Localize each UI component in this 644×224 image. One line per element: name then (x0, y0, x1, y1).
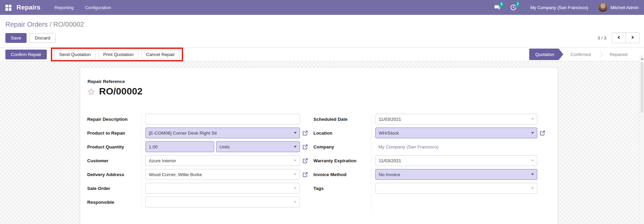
apps-grid-icon[interactable] (5, 5, 11, 10)
caret-down-icon (294, 201, 297, 203)
print-quotation-button[interactable]: Print Quotation (99, 50, 138, 59)
annotation-highlight-box: Send Quotation Print Quotation Cancel Re… (51, 48, 183, 61)
invoice-method-select[interactable]: No Invoice (375, 169, 537, 180)
chevron-right-icon: › (631, 33, 634, 41)
triangle-up-icon[interactable] (640, 55, 644, 60)
delivery-address-input[interactable]: Wood Corner, Willie Burke (145, 169, 300, 180)
form-sheet: Repair Reference RO/00002 Repair Descrip… (80, 67, 558, 224)
status-stage-confirmed[interactable]: Confirmed (563, 49, 598, 60)
content-background: Repair Reference RO/00002 Repair Descrip… (0, 61, 644, 224)
status-separator-chevron-icon (598, 49, 602, 60)
status-stage-repaired[interactable]: Repaired (602, 49, 635, 60)
pager-next-button[interactable]: › (625, 32, 640, 43)
vertical-scrollbar[interactable] (640, 55, 644, 224)
invoice-method-label: Invoice Method (313, 169, 371, 180)
repair-description-label: Repair Description (87, 114, 141, 124)
customer-external-link-icon[interactable] (302, 158, 308, 164)
scrollbar-thumb[interactable] (641, 62, 644, 113)
caret-down-icon (294, 146, 297, 148)
breadcrumb-parent-link[interactable]: Repair Orders (5, 21, 48, 28)
location-label: Location (313, 128, 371, 138)
caret-down-icon (531, 118, 534, 120)
delivery-address-label: Delivery Address (87, 169, 141, 180)
breadcrumb-current: RO/00002 (53, 21, 84, 28)
repair-description-input[interactable] (145, 114, 300, 124)
caret-down-icon (531, 174, 534, 175)
control-panel-buttons: Save Discard 3 / 3 ‹ › (0, 28, 644, 47)
activities-button[interactable]: 2 (510, 4, 517, 11)
product-quantity-input[interactable]: 1.00 (145, 141, 214, 152)
confirm-repair-button[interactable]: Confirm Repair (5, 50, 47, 59)
product-to-repair-input[interactable]: [E-COM06] Corner Desk Right Sit (145, 128, 300, 138)
repair-reference-label: Repair Reference (88, 79, 550, 84)
responsible-label: Responsible (87, 197, 141, 207)
caret-down-icon (294, 174, 297, 175)
save-button[interactable]: Save (5, 33, 27, 43)
product-to-repair-label: Product to Repair (87, 128, 141, 138)
messages-count-badge: 5 (499, 2, 504, 7)
menu-reporting[interactable]: Reporting (55, 5, 73, 10)
uom-external-link-icon[interactable] (302, 144, 308, 150)
repair-reference-number: RO/00002 (99, 86, 142, 97)
caret-down-icon (531, 160, 534, 162)
left-field-group: Repair Description Product to Repair Pro… (87, 114, 300, 211)
field-groups: Repair Description Product to Repair Pro… (87, 114, 550, 211)
user-avatar[interactable] (598, 3, 608, 12)
sale-order-input[interactable] (145, 183, 300, 194)
company-label: Company (313, 141, 371, 152)
warranty-expiration-input[interactable]: 11/03/2021 (375, 155, 537, 166)
product-quantity-label: Product Quantity (87, 141, 141, 152)
company-switcher[interactable]: My Company (San Francisco) (530, 5, 588, 10)
tags-input[interactable] (375, 183, 537, 194)
star-outline-icon[interactable] (87, 87, 95, 96)
repairs-app-page: { "nav": { "app_name": "Repairs", "menus… (0, 0, 644, 224)
location-input[interactable]: WH/Stock (375, 128, 537, 138)
right-field-group: Scheduled Date Location Company Warranty… (313, 114, 537, 211)
delivery-address-external-link-icon[interactable] (302, 172, 308, 177)
caret-down-icon (294, 160, 297, 162)
pager-count: 3 / 3 (598, 35, 606, 40)
chevron-left-icon: ‹ (617, 33, 620, 41)
scheduled-date-input[interactable]: 11/03/2021 (375, 114, 537, 124)
tags-label: Tags (313, 183, 371, 194)
caret-down-icon (294, 132, 297, 134)
customer-label: Customer (87, 155, 141, 166)
breadcrumb-separator: / (49, 21, 53, 28)
top-navbar: Repairs Reporting Configuration 5 2 My C… (0, 0, 644, 15)
responsible-input[interactable] (145, 197, 300, 207)
unit-of-measure-select[interactable]: Units (216, 141, 300, 152)
caret-down-icon (294, 188, 297, 189)
user-name[interactable]: Mitchell Admin (610, 5, 639, 10)
app-name[interactable]: Repairs (16, 4, 40, 11)
breadcrumb: Repair Orders / RO/00002 (0, 15, 644, 28)
caret-down-icon (531, 132, 534, 134)
cancel-repair-button[interactable]: Cancel Repair (141, 50, 180, 59)
statusbar: Quotation Confirmed Repaired (529, 49, 635, 60)
sale-order-label: Sale Order (87, 183, 141, 194)
record-pager: 3 / 3 ‹ › (598, 32, 640, 43)
pager-previous-button[interactable]: ‹ (612, 32, 626, 43)
warranty-expiration-label: Warranty Expiration (313, 155, 371, 166)
messages-button[interactable]: 5 (494, 4, 501, 11)
status-stage-quotation[interactable]: Quotation (529, 49, 563, 60)
scheduled-date-label: Scheduled Date (313, 114, 371, 124)
send-quotation-button[interactable]: Send Quotation (55, 50, 96, 59)
company-value-text: My Company (San Francisco) (375, 144, 439, 149)
customer-input[interactable]: Azure Interior (145, 155, 300, 166)
action-bar: Confirm Repair Send Quotation Print Quot… (0, 47, 644, 61)
product-external-link-icon[interactable] (302, 130, 308, 136)
activities-count-badge: 2 (515, 2, 520, 7)
menu-configuration[interactable]: Configuration (85, 5, 111, 10)
location-external-link-icon[interactable] (540, 130, 545, 136)
caret-down-icon (531, 188, 534, 189)
discard-button[interactable]: Discard (29, 33, 56, 43)
